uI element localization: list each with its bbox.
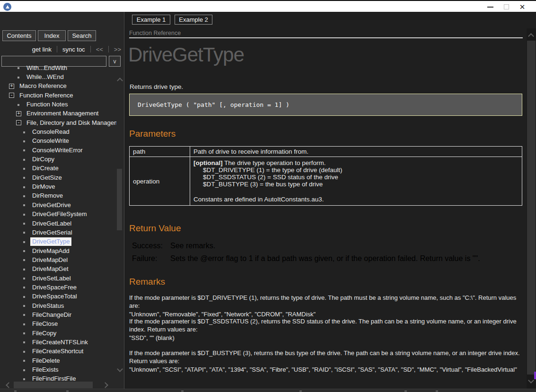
tree-item-drivespacefree[interactable]: DriveSpaceFree bbox=[0, 283, 116, 292]
bullet-icon bbox=[22, 267, 27, 272]
get-link-button[interactable]: get link bbox=[32, 46, 52, 53]
bullet-icon bbox=[16, 75, 21, 80]
tree-item-dirremove[interactable]: DirRemove bbox=[0, 192, 116, 200]
tree-item-consolewriteerror[interactable]: ConsoleWriteError bbox=[0, 146, 116, 155]
tree-item-label: DriveSpaceFree bbox=[30, 283, 79, 292]
bullet-icon bbox=[22, 221, 27, 226]
main-scrollbar-thumb[interactable] bbox=[527, 41, 536, 375]
bullet-icon bbox=[22, 349, 27, 354]
remarks-heading: Remarks bbox=[129, 277, 165, 287]
tree-item-drivemapadd[interactable]: DriveMapAdd bbox=[0, 246, 116, 255]
sync-toc-button[interactable]: sync toc bbox=[62, 46, 85, 53]
bullet-icon bbox=[22, 184, 27, 190]
minimize-button[interactable] bbox=[482, 2, 498, 12]
tree-item-drivemapget[interactable]: DriveMapGet bbox=[0, 265, 116, 274]
tree-item-label: DirGetSize bbox=[30, 174, 64, 182]
bullet-icon bbox=[22, 285, 27, 290]
back-button[interactable]: << bbox=[96, 46, 103, 53]
tree-item-label: Environment Management bbox=[25, 109, 100, 118]
tree-item-label: FileCreateNTFSLink bbox=[30, 338, 90, 347]
expand-icon[interactable]: + bbox=[16, 111, 21, 116]
tab-search[interactable]: Search bbox=[68, 30, 96, 41]
collapse-icon[interactable]: - bbox=[16, 120, 21, 125]
tree-item-filechangedir[interactable]: FileChangeDir bbox=[0, 310, 116, 319]
sidebar-horizontal-scrollbar-thumb[interactable] bbox=[14, 382, 93, 388]
tree-item-function-notes[interactable]: Function Notes bbox=[0, 100, 116, 109]
remark-paragraph: If the mode parameter is $DT_BUSTYPE (3)… bbox=[129, 349, 525, 374]
tree-item-dircreate[interactable]: DirCreate bbox=[0, 164, 116, 173]
tree-item-drivegetserial[interactable]: DriveGetSerial bbox=[0, 228, 116, 237]
bullet-icon bbox=[22, 312, 27, 317]
tree-item-label: Macro Reference bbox=[18, 82, 69, 90]
tree-item-dirmove[interactable]: DirMove bbox=[0, 182, 116, 191]
tree-item-consolewrite[interactable]: ConsoleWrite bbox=[0, 137, 116, 146]
tab-index[interactable]: Index bbox=[38, 30, 66, 41]
tree-item-drivesetlabel[interactable]: DriveSetLabel bbox=[0, 274, 116, 283]
failure-text: Sets the @error flag to 1 if a bad path … bbox=[170, 254, 520, 263]
tree-item-drivestatus[interactable]: DriveStatus bbox=[0, 301, 116, 310]
tree-item-function-reference[interactable]: -Function Reference bbox=[0, 91, 116, 100]
tab-contents[interactable]: Contents bbox=[2, 30, 36, 41]
tree-item-label: DirRemove bbox=[30, 192, 65, 200]
tree-item-drivespacetotal[interactable]: DriveSpaceTotal bbox=[0, 292, 116, 301]
tree-item-label: FileChangeDir bbox=[30, 311, 73, 319]
tree-item-drivegettype[interactable]: DriveGetType bbox=[0, 237, 116, 246]
tree-item-filedelete[interactable]: FileDelete bbox=[0, 356, 116, 365]
contents-tree: With...EndWithWhile...WEnd+Macro Referen… bbox=[0, 63, 116, 381]
tree-item-label: DriveSpaceTotal bbox=[30, 292, 79, 301]
sidebar-vertical-scrollbar-thumb[interactable] bbox=[117, 169, 122, 230]
tree-item-label: DirMove bbox=[30, 183, 57, 191]
tree-item-label: ConsoleRead bbox=[30, 128, 71, 136]
example-1-button[interactable]: Example 1 bbox=[132, 15, 170, 25]
success-label: Success: bbox=[132, 242, 165, 250]
tree-item-label: DriveMapGet bbox=[30, 265, 70, 273]
tree-item-environment-management[interactable]: +Environment Management bbox=[0, 109, 116, 118]
parameters-table: path Path of drive to receive informatio… bbox=[129, 146, 522, 206]
bullet-icon bbox=[22, 148, 27, 153]
tree-item-drivemapdel[interactable]: DriveMapDel bbox=[0, 255, 116, 264]
table-row: path Path of drive to receive informatio… bbox=[130, 147, 522, 157]
tree-item-consoleread[interactable]: ConsoleRead bbox=[0, 127, 116, 136]
maximize-button[interactable] bbox=[498, 2, 514, 12]
close-button[interactable]: ✕ bbox=[514, 2, 530, 12]
tree-item-label: DriveGetType bbox=[30, 237, 71, 246]
tree-item-filecreateshortcut[interactable]: FileCreateShortcut bbox=[0, 347, 116, 356]
tree-item-label: ConsoleWriteError bbox=[30, 146, 85, 155]
bullet-icon bbox=[22, 331, 27, 336]
return-value-heading: Return Value bbox=[129, 223, 181, 234]
tree-item-file-directory-and-disk-managem[interactable]: -File, Directory and Disk Managem bbox=[0, 118, 116, 127]
tree-item-drivegetlabel[interactable]: DriveGetLabel bbox=[0, 219, 116, 228]
tree-item-while-wend[interactable]: While...WEnd bbox=[0, 72, 116, 81]
tree-item-drivegetdrive[interactable]: DriveGetDrive bbox=[0, 200, 116, 209]
tree-item-label: With...EndWith bbox=[25, 64, 69, 72]
autoit-logo-icon bbox=[3, 3, 11, 11]
bottom-cutoff-band bbox=[0, 389, 536, 392]
tree-item-filefindfirstfile[interactable]: FileFindFirstFile bbox=[0, 375, 116, 381]
tree-item-label: FileFindFirstFile bbox=[30, 375, 78, 381]
tree-item-label: FileCreateShortcut bbox=[30, 347, 85, 356]
remark-values: "Unknown", "SCSI", "ATAPI", "ATA", "1394… bbox=[129, 366, 525, 374]
tree-item-filecreatentfslink[interactable]: FileCreateNTFSLink bbox=[0, 338, 116, 347]
bullet-icon bbox=[22, 376, 27, 381]
bullet-icon bbox=[22, 212, 27, 217]
bullet-icon bbox=[22, 193, 27, 199]
tree-item-label: DriveMapDel bbox=[30, 256, 70, 264]
collapse-icon[interactable]: - bbox=[9, 93, 14, 98]
tree-item-drivegetfilesystem[interactable]: DriveGetFileSystem bbox=[0, 210, 116, 219]
bullet-icon bbox=[22, 340, 27, 345]
tree-item-fileexists[interactable]: FileExists bbox=[0, 365, 116, 374]
tree-item-dircopy[interactable]: DirCopy bbox=[0, 155, 116, 164]
tree-item-label: DriveGetLabel bbox=[30, 219, 73, 228]
tree-item-label: DriveStatus bbox=[30, 302, 66, 310]
tree-item-dirgetsize[interactable]: DirGetSize bbox=[0, 173, 116, 182]
tree-item-with-endwith[interactable]: With...EndWith bbox=[0, 63, 116, 72]
expand-icon[interactable]: + bbox=[9, 84, 14, 89]
forward-button[interactable]: >> bbox=[114, 46, 121, 53]
tree-item-fileclose[interactable]: FileClose bbox=[0, 320, 116, 329]
tree-item-macro-reference[interactable]: +Macro Reference bbox=[0, 82, 116, 91]
example-2-button[interactable]: Example 2 bbox=[175, 15, 212, 25]
table-row: operation [optional] The drive type oper… bbox=[130, 157, 522, 206]
tree-item-filecopy[interactable]: FileCopy bbox=[0, 329, 116, 338]
bullet-icon bbox=[22, 239, 27, 244]
param-description: [optional] The drive type operation to p… bbox=[190, 157, 522, 206]
